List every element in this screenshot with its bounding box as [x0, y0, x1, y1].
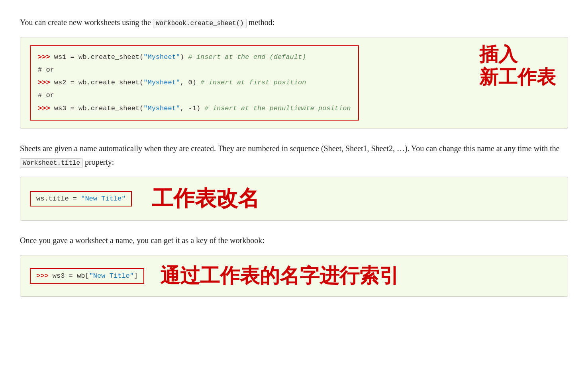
section-2-inline-code: Worksheet.title	[20, 158, 83, 168]
intro-inline-code: Workbook.create_sheet()	[153, 19, 247, 28]
annotation-index-by-name: 通过工作表的名字进行索引	[160, 263, 399, 289]
code-block-1-inner: >>> ws1 = wb.create_sheet("Mysheet") # i…	[30, 45, 359, 121]
intro-paragraph: You can create new worksheets using the …	[20, 16, 568, 29]
intro-text-after: method:	[247, 18, 275, 27]
prompt-3: >>>	[38, 79, 54, 86]
code-line-4: # or	[38, 89, 351, 102]
code-line-1: >>> ws1 = wb.create_sheet("Mysheet") # i…	[38, 51, 351, 64]
intro-text-before: You can create new worksheets using the	[20, 18, 153, 27]
section-3-text: Once you gave a worksheet a name, you ca…	[20, 236, 265, 245]
prompt-1: >>>	[38, 53, 54, 61]
code-block-3: >>> ws3 = wb["New Title"] 通过工作表的名字进行索引	[20, 255, 568, 297]
code-line-5: >>> ws3 = wb.create_sheet("Mysheet", -1)…	[38, 102, 351, 115]
code-block-3-inner: >>> ws3 = wb["New Title"]	[30, 268, 144, 284]
prompt-5: >>>	[38, 105, 54, 112]
code-block-2-inner: ws.title = "New Title"	[30, 191, 132, 206]
section-2-paragraph: Sheets are given a name automatically wh…	[20, 142, 568, 169]
section-2-text: Sheets are given a name automatically wh…	[20, 144, 560, 153]
code-line-3: >>> ws2 = wb.create_sheet("Mysheet", 0) …	[38, 76, 351, 89]
section-3-paragraph: Once you gave a worksheet a name, you ca…	[20, 234, 568, 247]
section-2-text-after: property:	[83, 158, 114, 166]
code-line-2: # or	[38, 64, 351, 76]
code-block-1: >>> ws1 = wb.create_sheet("Mysheet") # i…	[20, 37, 568, 129]
code-block-2: ws.title = "New Title" 工作表改名	[20, 177, 568, 221]
annotation-rename-sheet: 工作表改名	[152, 184, 259, 213]
annotation-insert-sheet: 插入 新工作表	[479, 43, 556, 89]
